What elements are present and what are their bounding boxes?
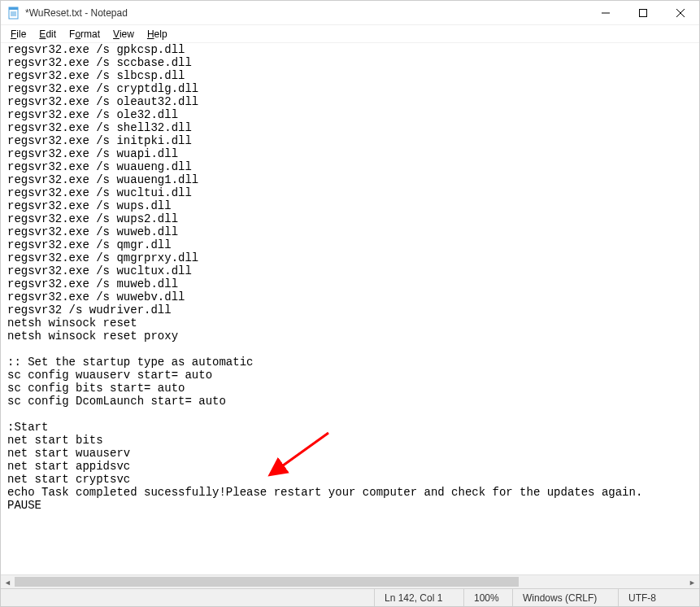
svg-rect-6 bbox=[640, 9, 647, 16]
titlebar[interactable]: *WuReset.txt - Notepad bbox=[1, 1, 699, 25]
menu-edit[interactable]: Edit bbox=[33, 27, 63, 41]
status-zoom: 100% bbox=[463, 589, 512, 606]
status-position: Ln 142, Col 1 bbox=[374, 589, 463, 606]
menu-file[interactable]: File bbox=[4, 27, 33, 41]
scrollbar-track[interactable] bbox=[15, 575, 685, 588]
window-title: *WuReset.txt - Notepad bbox=[25, 7, 587, 19]
text-area[interactable]: regsvr32.exe /s gpkcsp.dll regsvr32.exe … bbox=[1, 43, 699, 574]
close-button[interactable] bbox=[662, 1, 699, 24]
svg-rect-1 bbox=[9, 7, 18, 10]
statusbar: Ln 142, Col 1 100% Windows (CRLF) UTF-8 bbox=[1, 588, 699, 606]
scrollbar-thumb[interactable] bbox=[15, 577, 519, 587]
maximize-button[interactable] bbox=[624, 1, 662, 24]
scroll-right-button[interactable]: ► bbox=[685, 575, 699, 589]
menubar: File Edit Format View Help bbox=[1, 25, 699, 43]
scroll-left-button[interactable]: ◄ bbox=[1, 575, 15, 589]
menu-format[interactable]: Format bbox=[63, 27, 107, 41]
menu-view[interactable]: View bbox=[107, 27, 141, 41]
menu-help[interactable]: Help bbox=[141, 27, 174, 41]
window-controls bbox=[587, 1, 699, 24]
horizontal-scrollbar[interactable]: ◄ ► bbox=[1, 574, 699, 588]
status-encoding: UTF-8 bbox=[618, 589, 699, 606]
text-content[interactable]: regsvr32.exe /s gpkcsp.dll regsvr32.exe … bbox=[1, 43, 699, 512]
status-line-ending: Windows (CRLF) bbox=[512, 589, 618, 606]
minimize-button[interactable] bbox=[587, 1, 624, 24]
notepad-icon bbox=[7, 7, 20, 20]
